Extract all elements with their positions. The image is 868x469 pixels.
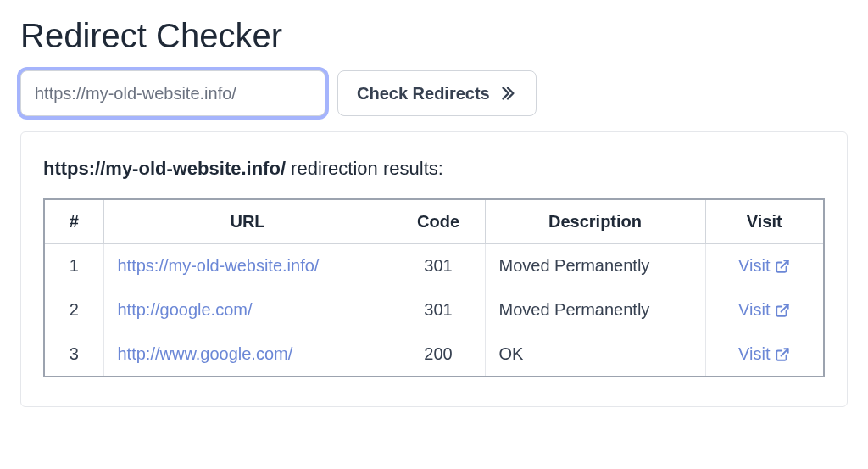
- results-heading-rest: redirection results:: [286, 158, 443, 179]
- visit-link-label: Visit: [738, 344, 770, 364]
- cell-code: 301: [392, 244, 485, 288]
- cell-visit: Visit: [705, 244, 824, 288]
- cell-desc: OK: [485, 332, 705, 377]
- url-input[interactable]: [20, 70, 326, 116]
- external-link-icon: [775, 347, 790, 362]
- col-header-url: URL: [103, 199, 392, 244]
- cell-url: http://google.com/: [103, 288, 392, 332]
- cell-desc: Moved Permanently: [485, 244, 705, 288]
- check-redirects-label: Check Redirects: [357, 84, 490, 103]
- url-link[interactable]: http://www.google.com/: [118, 344, 293, 363]
- cell-visit: Visit: [705, 332, 824, 377]
- col-header-code: Code: [392, 199, 485, 244]
- svg-line-2: [782, 349, 788, 355]
- url-link[interactable]: http://google.com/: [118, 300, 253, 319]
- cell-visit: Visit: [705, 288, 824, 332]
- cell-url: https://my-old-website.info/: [103, 244, 392, 288]
- external-link-icon: [775, 259, 790, 274]
- cell-code: 200: [392, 332, 485, 377]
- results-card: https://my-old-website.info/ redirection…: [20, 131, 848, 407]
- table-row: 2 http://google.com/ 301 Moved Permanent…: [44, 288, 824, 332]
- col-header-num: #: [44, 199, 103, 244]
- results-table-head: # URL Code Description Visit: [44, 199, 824, 244]
- check-redirects-button[interactable]: Check Redirects: [337, 70, 537, 116]
- url-link[interactable]: https://my-old-website.info/: [118, 256, 320, 275]
- cell-desc: Moved Permanently: [485, 288, 705, 332]
- col-header-desc: Description: [485, 199, 705, 244]
- table-row: 3 http://www.google.com/ 200 OK Visit: [44, 332, 824, 377]
- svg-line-0: [782, 260, 788, 267]
- cell-url: http://www.google.com/: [103, 332, 392, 377]
- visit-link[interactable]: Visit: [738, 256, 790, 276]
- col-header-visit: Visit: [705, 199, 824, 244]
- cell-num: 2: [44, 288, 103, 332]
- visit-link-label: Visit: [738, 300, 770, 320]
- chevrons-right-icon: [498, 84, 517, 103]
- cell-code: 301: [392, 288, 485, 332]
- cell-num: 1: [44, 244, 103, 288]
- results-heading-url: https://my-old-website.info/: [43, 158, 286, 179]
- page-title: Redirect Checker: [20, 17, 848, 55]
- external-link-icon: [775, 303, 790, 318]
- visit-link[interactable]: Visit: [738, 344, 790, 364]
- svg-line-1: [782, 304, 788, 311]
- cell-num: 3: [44, 332, 103, 377]
- visit-link[interactable]: Visit: [738, 300, 790, 320]
- results-table: # URL Code Description Visit 1 https://m…: [43, 198, 825, 377]
- results-heading: https://my-old-website.info/ redirection…: [43, 158, 825, 180]
- visit-link-label: Visit: [738, 256, 770, 276]
- query-form: Check Redirects: [20, 70, 848, 116]
- table-row: 1 https://my-old-website.info/ 301 Moved…: [44, 244, 824, 288]
- results-table-body: 1 https://my-old-website.info/ 301 Moved…: [44, 244, 824, 377]
